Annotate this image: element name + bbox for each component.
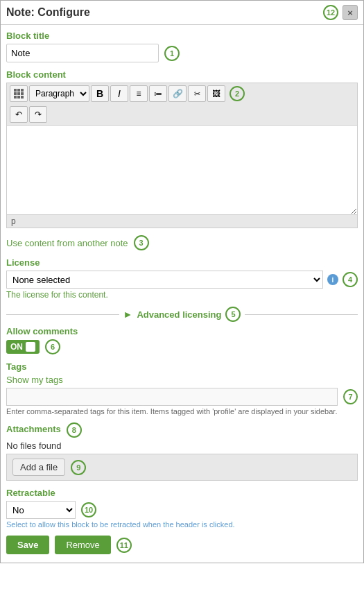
tags-hint: Enter comma-separated tags for this item… [6,407,358,416]
toggle-switch-handle [26,342,35,352]
block-content-section: Block content Paragraph B I [6,69,358,228]
license-row: None selected CC BY CC BY-SA CC BY-ND CC… [6,271,358,289]
retractable-hint: Select to allow this block to be retract… [6,520,358,529]
remove-button[interactable]: Remove [55,536,110,554]
advanced-line-left [6,314,119,315]
dialog-header: Note: Configure 12 × [1,1,363,25]
undo-icon: ↶ [15,110,22,119]
redo-icon: ↷ [35,110,42,119]
attachments-section: Attachments 8 No files found Add a file … [6,422,358,481]
dialog-title: Note: Configure [6,6,90,19]
undo-button[interactable]: ↶ [10,106,28,123]
badge-10: 10 [81,502,96,517]
add-file-button[interactable]: Add a file [12,459,65,476]
retractable-select[interactable]: No Yes Auto [6,501,76,519]
advanced-arrow-icon: ► [123,309,133,320]
badge-1: 1 [164,46,180,61]
unordered-list-icon: ≡ [136,89,141,99]
use-content-section: Use content from another note 3 [6,235,358,250]
editor-status-bar: p [6,215,358,228]
image-icon: 🖼 [212,89,220,99]
tags-label: Tags [6,361,358,372]
use-content-link[interactable]: Use content from another note [6,238,128,248]
license-info-icon[interactable]: i [327,274,338,285]
block-title-label: Block title [6,31,358,41]
configure-dialog: Note: Configure 12 × Block title 1 Block… [0,0,364,563]
header-right: 12 × [323,5,358,20]
link-icon: 🔗 [173,89,183,99]
bold-button[interactable]: B [91,85,109,102]
image-button[interactable]: 🖼 [207,85,225,102]
allow-comments-label: Allow comments [6,326,358,336]
grid-icon [14,89,24,99]
license-label: License [6,257,358,268]
ordered-list-button[interactable]: ≔ [149,85,167,102]
editor-status-text: p [11,216,16,226]
attachments-label: Attachments [6,424,61,434]
bold-icon: B [96,88,103,99]
badge-6: 6 [45,339,60,354]
redo-button[interactable]: ↷ [29,106,47,123]
comments-toggle-button[interactable]: ON [6,340,40,354]
ordered-list-icon: ≔ [154,89,162,99]
close-button[interactable]: × [343,5,358,20]
unlink-icon: ✂ [194,89,200,99]
retractable-select-row: No Yes Auto 10 [6,501,358,519]
footer-row: Save Remove 11 [6,536,358,554]
italic-icon: I [118,88,121,99]
unlink-button[interactable]: ✂ [188,85,206,102]
show-my-tags-link[interactable]: Show my tags [6,375,63,385]
badge-8: 8 [67,422,82,438]
badge-5: 5 [225,307,241,322]
advanced-licensing-row: ► Advanced licensing 5 [6,307,358,322]
badge-12: 12 [323,5,338,20]
editor-toolbar-row2: ↶ ↷ [6,104,358,125]
dialog-body: Block title 1 Block content Paragr [1,25,363,563]
block-title-input[interactable] [6,44,159,62]
toggle-on-label: ON [10,342,23,352]
retractable-section: Retractable No Yes Auto 10 Select to all… [6,488,358,529]
link-button[interactable]: 🔗 [168,85,187,102]
paragraph-select[interactable]: Paragraph [29,85,89,102]
tags-input[interactable] [6,388,338,406]
badge-11: 11 [116,538,132,553]
badge-3: 3 [134,235,149,250]
badge-2: 2 [229,86,245,101]
advanced-licensing-link[interactable]: Advanced licensing [137,309,221,320]
grid-button[interactable] [10,85,28,102]
allow-comments-section: Allow comments ON 6 [6,326,358,354]
license-hint: The license for this content. [6,290,358,300]
no-files-text: No files found [6,440,358,451]
italic-button[interactable]: I [110,85,128,102]
toggle-container: ON 6 [6,339,358,354]
advanced-line-right [245,314,358,315]
save-button[interactable]: Save [6,536,49,554]
editor-toolbar-row1: Paragraph B I ≡ ≔ 🔗 ✂ [6,83,358,104]
block-title-section: Block title 1 [6,31,358,62]
license-select[interactable]: None selected CC BY CC BY-SA CC BY-ND CC… [6,271,323,289]
unordered-list-button[interactable]: ≡ [130,85,148,102]
license-section: License None selected CC BY CC BY-SA CC … [6,257,358,300]
badge-4: 4 [343,272,358,287]
block-content-label: Block content [6,69,358,80]
badge-9: 9 [71,460,86,475]
retractable-label: Retractable [6,488,358,498]
tags-section: Tags Show my tags 7 Enter comma-separate… [6,361,358,416]
editor-area[interactable] [6,125,358,215]
badge-7: 7 [343,389,358,404]
